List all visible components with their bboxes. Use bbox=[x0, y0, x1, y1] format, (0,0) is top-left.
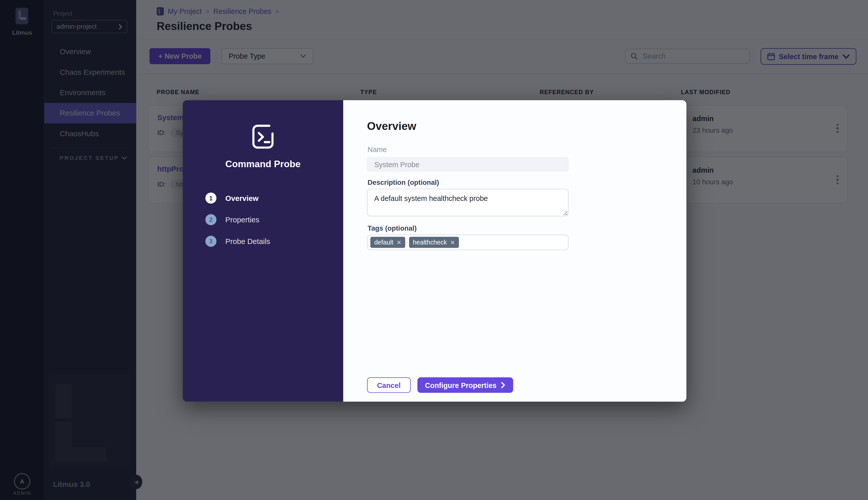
name-label: Name bbox=[368, 146, 387, 154]
step-label: Overview bbox=[225, 194, 258, 202]
modal-body: Overview Name Description (optional) A d… bbox=[343, 100, 687, 402]
step-label: Properties bbox=[225, 216, 259, 224]
name-field[interactable] bbox=[367, 157, 568, 171]
tag-chip: default ✕ bbox=[370, 237, 405, 248]
modal-title: Overview bbox=[367, 120, 416, 133]
command-probe-icon bbox=[250, 122, 275, 151]
description-label: Description (optional) bbox=[368, 179, 439, 186]
step-number: 2 bbox=[205, 214, 216, 225]
step-number: 1 bbox=[205, 193, 216, 204]
tags-input[interactable]: default ✕ healthcheck ✕ bbox=[367, 235, 568, 250]
configure-properties-label: Configure Properties bbox=[425, 381, 496, 389]
wizard-step-properties[interactable]: 2 Properties bbox=[205, 214, 259, 225]
tag-text: healthcheck bbox=[413, 239, 447, 246]
configure-properties-button[interactable]: Configure Properties bbox=[417, 377, 513, 393]
chevron-right-icon bbox=[501, 382, 506, 388]
wizard-step-probe-details[interactable]: 3 Probe Details bbox=[205, 236, 270, 247]
probe-type-title: Command Probe bbox=[183, 159, 343, 170]
description-field[interactable]: A default system healthcheck probe bbox=[367, 189, 568, 216]
step-label: Probe Details bbox=[225, 237, 270, 246]
remove-tag-icon[interactable]: ✕ bbox=[397, 239, 401, 246]
tag-chip: healthcheck ✕ bbox=[409, 237, 459, 248]
tags-label: Tags (optional) bbox=[368, 225, 417, 232]
step-number: 3 bbox=[205, 236, 216, 247]
remove-tag-icon[interactable]: ✕ bbox=[450, 239, 455, 246]
tag-text: default bbox=[374, 239, 393, 246]
litmus-app: Litmus A ADMIN Project admin-project Ove… bbox=[0, 0, 868, 500]
create-probe-modal: Command Probe 1 Overview 2 Properties 3 … bbox=[183, 100, 686, 402]
wizard-step-overview[interactable]: 1 Overview bbox=[205, 193, 258, 204]
cancel-button[interactable]: Cancel bbox=[367, 377, 410, 393]
modal-side-panel: Command Probe 1 Overview 2 Properties 3 … bbox=[183, 100, 343, 402]
